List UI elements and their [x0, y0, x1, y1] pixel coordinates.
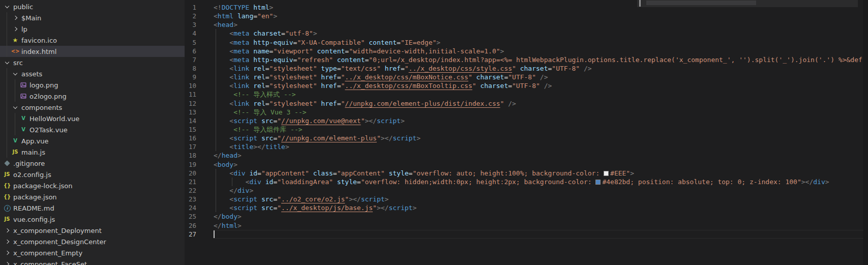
tree-item-helloworld-vue[interactable]: VHelloWorld.vue	[0, 113, 185, 124]
tree-item-label: x_component_Deployment	[13, 227, 102, 234]
code-line[interactable]: 9 <link rel="stylesheet" href="../x_desk…	[185, 73, 868, 81]
code-line[interactable]: 3<head>	[185, 20, 868, 29]
indent-guide	[216, 73, 216, 81]
line-number: 16	[185, 134, 214, 142]
indent-guide	[216, 195, 216, 203]
tree-item-x-component-faceset[interactable]: x_component_FaceSet	[0, 258, 185, 265]
code-line[interactable]: 18</head>	[185, 151, 868, 160]
indent-guide	[216, 134, 216, 142]
code-line[interactable]: 19<body>	[185, 160, 868, 169]
tree-item-label: .gitignore	[13, 160, 45, 167]
code-line[interactable]: 5 <meta http-equiv="X-UA-Compatible" con…	[185, 38, 868, 47]
tree-item-o2-config-js[interactable]: JSo2.config.js	[0, 169, 185, 180]
tree-item-x-component-designcenter[interactable]: x_component_DesignCenter	[0, 236, 185, 247]
top-overlay-cursor	[639, 0, 641, 7]
code-line[interactable]: 11 <!-- 导入样式 -->	[185, 90, 868, 99]
tree-item--main[interactable]: $Main	[0, 12, 185, 23]
code-line-content: <!-- 导入样式 -->	[214, 90, 868, 99]
vscode-window: public$Mainlp★favicon.ico<>index.htmlsrc…	[0, 0, 868, 265]
line-number: 24	[185, 203, 214, 212]
indent-guide	[216, 203, 216, 212]
chevron-right-icon	[3, 249, 11, 257]
code-line[interactable]: 12 <link rel="stylesheet" href="//unpkg.…	[185, 99, 868, 108]
code-line[interactable]: 16 <script src="//unpkg.com/element-plus…	[185, 134, 868, 142]
tree-item-logo-png[interactable]: logo.png	[0, 79, 185, 91]
tree-item-components[interactable]: components	[0, 102, 185, 113]
code-line[interactable]: 27	[185, 230, 868, 239]
line-number: 1	[185, 3, 214, 12]
tree-item-package-lock-json[interactable]: {}package-lock.json	[0, 180, 185, 191]
indent-guide	[216, 47, 216, 55]
code-line[interactable]: 24 <script src="../x_desktop/js/base.js"…	[185, 203, 868, 212]
tree-item-package-json[interactable]: {}package.json	[0, 191, 185, 202]
color-swatch[interactable]	[604, 171, 609, 176]
code-editor[interactable]: 1<!DOCTYPE html>2<html lang="en">3<head>…	[185, 0, 868, 265]
tree-item-x-component-deployment[interactable]: x_component_Deployment	[0, 225, 185, 236]
line-number: 20	[185, 169, 214, 178]
tree-item-lp[interactable]: lp	[0, 23, 185, 35]
line-number: 22	[185, 186, 214, 195]
code-line[interactable]: 6 <meta name="viewport" content="width=d…	[185, 47, 868, 55]
code-line[interactable]: 14 <script src="//unpkg.com/vue@next"></…	[185, 116, 868, 125]
code-line[interactable]: 17 <title></title>	[185, 142, 868, 151]
code-line-content: </div>	[214, 186, 868, 195]
chevron-right-icon	[11, 14, 19, 22]
tree-item-o2task-vue[interactable]: VO2Task.vue	[0, 124, 185, 135]
tree-indent-guide	[15, 113, 15, 135]
code-line-content: <title></title>	[214, 142, 868, 151]
file-tree: public$Mainlp★favicon.ico<>index.htmlsrc…	[0, 0, 185, 265]
tree-item-label: vue.config.js	[13, 216, 55, 223]
tree-item-readme-md[interactable]: iREADME.md	[0, 202, 185, 214]
line-number: 19	[185, 160, 214, 169]
tree-item-assets[interactable]: assets	[0, 68, 185, 79]
line-number: 4	[185, 29, 214, 38]
tree-item-label: x_component_Empty	[13, 249, 82, 257]
tree-item-label: O2Task.vue	[29, 126, 68, 134]
code-line[interactable]: 15 <!-- 导入组件库 -->	[185, 125, 868, 134]
tree-item-label: package-lock.json	[13, 182, 73, 190]
tree-item-app-vue[interactable]: VApp.vue	[0, 135, 185, 146]
code-line[interactable]: 13 <!-- 导入 Vue 3 -->	[185, 108, 868, 116]
line-number: 14	[185, 116, 214, 125]
code-line-content: <link rel="stylesheet" href="../x_deskto…	[214, 81, 868, 90]
code-line[interactable]: 20 <div id="appContent" class="appConten…	[185, 169, 868, 178]
tree-item-vue-config-js[interactable]: JSvue.config.js	[0, 214, 185, 225]
tree-item-favicon-ico[interactable]: ★favicon.ico	[0, 35, 185, 46]
code-line[interactable]: 8 <link rel="stylesheet" type="text/css"…	[185, 64, 868, 73]
json-icon: {}	[3, 182, 11, 190]
tree-item--gitignore[interactable]: .gitignore	[0, 158, 185, 169]
code-line[interactable]: 2<html lang="en">	[185, 12, 868, 20]
code-line[interactable]: 21 <div id="loaddingArea" style="overflo…	[185, 178, 868, 186]
tree-item-label: components	[21, 104, 62, 111]
code-line-content: <meta http-equiv="X-UA-Compatible" conte…	[214, 38, 868, 47]
code-line[interactable]: 25</body>	[185, 212, 868, 221]
color-swatch[interactable]	[595, 180, 601, 185]
tree-item-index-html[interactable]: <>index.html	[0, 46, 185, 57]
line-number: 2	[185, 12, 214, 20]
image-icon	[19, 81, 27, 89]
code-line-content: <script src="//unpkg.com/element-plus"><…	[214, 134, 868, 142]
tree-item-label: $Main	[21, 14, 41, 22]
code-line[interactable]: 26</html>	[185, 221, 868, 230]
tree-item-label: package.json	[13, 193, 57, 201]
editor-scrollbar-gutter[interactable]	[863, 0, 868, 265]
code-line[interactable]: 23 <script src="../o2_core/o2.js"></scri…	[185, 195, 868, 203]
line-number: 13	[185, 108, 214, 116]
line-number: 15	[185, 125, 214, 134]
tree-item-x-component-empty[interactable]: x_component_Empty	[0, 247, 185, 258]
code-line[interactable]: 7 <meta http-equiv="refresh" content="0;…	[185, 55, 868, 64]
tree-item-src[interactable]: src	[0, 57, 185, 68]
tree-item-label: x_component_FaceSet	[13, 260, 87, 265]
tree-item-public[interactable]: public	[0, 1, 185, 12]
star-icon: ★	[11, 36, 19, 44]
code-line[interactable]: 10 <link rel="stylesheet" href="../x_des…	[185, 81, 868, 90]
chevron-right-icon	[11, 25, 19, 33]
top-overlay-scrollbar[interactable]	[646, 1, 756, 5]
top-overlay-panel	[637, 0, 858, 7]
tree-item-main-js[interactable]: JSmain.js	[0, 146, 185, 158]
line-number: 25	[185, 212, 214, 221]
code-line[interactable]: 4 <meta charset="utf-8">	[185, 29, 868, 38]
tree-item-label: README.md	[13, 204, 54, 212]
code-line[interactable]: 22 </div>	[185, 186, 868, 195]
tree-item-o2logo-png[interactable]: o2logo.png	[0, 91, 185, 102]
